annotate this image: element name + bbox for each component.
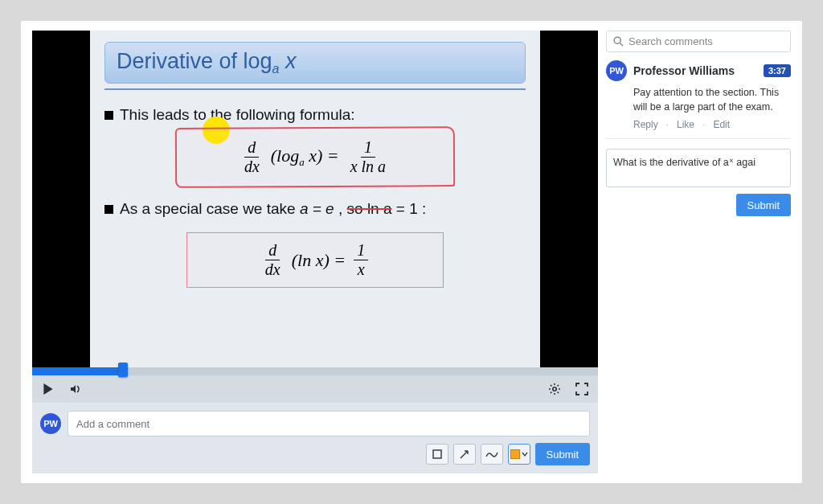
app-frame: Derivative of loga x This leads to the f… <box>21 21 802 483</box>
svg-point-2 <box>614 37 620 43</box>
slide-bullet-2: As a special case we take a = e , so ln … <box>104 200 526 218</box>
comment-timestamp[interactable]: 3:37 <box>764 64 791 77</box>
edit-action[interactable]: Edit <box>713 119 730 130</box>
comment-bar: PW Submit <box>32 403 598 473</box>
comment-actions: Reply· Like· Edit <box>633 119 791 130</box>
slide-title-text: Derivative of log <box>117 49 272 73</box>
freehand-tool[interactable] <box>481 444 503 465</box>
video-area: Derivative of loga x This leads to the f… <box>32 31 598 367</box>
player-controls <box>32 375 598 403</box>
svg-rect-1 <box>433 450 441 458</box>
commenter-name: Professor Williams <box>633 64 757 77</box>
bullet1-text: This leads to the following formula: <box>120 106 355 124</box>
progress-handle[interactable] <box>118 363 128 377</box>
search-icon <box>613 36 624 47</box>
annotation-toolbar: Submit <box>40 443 590 465</box>
reply-submit-button[interactable]: Submit <box>736 194 791 216</box>
rect-tool[interactable] <box>426 444 448 465</box>
search-comments[interactable]: Search comments <box>606 31 791 52</box>
slide-bullet-1: This leads to the following formula: <box>104 106 526 124</box>
comment-submit-button[interactable]: Submit <box>535 443 590 465</box>
comments-sidebar: Search comments PW Professor Williams 3:… <box>606 31 791 473</box>
progress-fill <box>32 367 123 375</box>
avatar: PW <box>40 413 61 434</box>
fullscreen-button[interactable] <box>574 381 590 397</box>
reply-draft-input[interactable]: What is the derivative of aˣ agai <box>606 149 791 187</box>
slide-title: Derivative of loga x <box>104 42 526 84</box>
search-placeholder: Search comments <box>629 35 713 47</box>
formula-2: ddx (ln x) = 1x <box>211 241 419 279</box>
slide-content: Derivative of loga x This leads to the f… <box>90 31 540 367</box>
volume-button[interactable] <box>68 381 84 397</box>
slide-divider <box>104 88 526 90</box>
progress-bar[interactable] <box>32 367 598 375</box>
comment-body: Pay attention to the section. This will … <box>633 86 791 114</box>
video-panel: Derivative of loga x This leads to the f… <box>32 31 598 473</box>
comment-item: PW Professor Williams 3:37 Pay attention… <box>606 60 791 139</box>
bullet-icon <box>104 111 113 120</box>
settings-button[interactable] <box>547 381 563 397</box>
formula-box-1: ddx (loga x) = 1x ln a <box>178 130 452 184</box>
like-action[interactable]: Like <box>677 119 694 130</box>
add-comment-input[interactable] <box>68 411 590 436</box>
video-pillar-right <box>540 31 598 367</box>
arrow-tool[interactable] <box>453 444 476 465</box>
video-pillar-left <box>32 31 90 367</box>
slide-title-sub: a <box>272 62 280 76</box>
formula-box-2: ddx (ln x) = 1x <box>186 232 444 288</box>
play-button[interactable] <box>40 381 56 397</box>
bullet-icon <box>104 205 113 214</box>
commenter-avatar: PW <box>606 60 627 81</box>
reply-action[interactable]: Reply <box>633 119 658 130</box>
color-tool[interactable] <box>508 444 530 465</box>
svg-point-0 <box>553 387 556 391</box>
hand-annotation <box>175 126 455 188</box>
slide-title-var: x <box>280 49 297 73</box>
